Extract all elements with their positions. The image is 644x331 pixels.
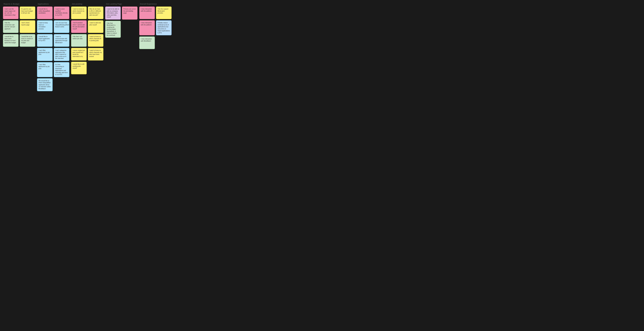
sticky-card[interactable]: Pictures are cut on the job landing page (122, 7, 138, 20)
sticky-card[interactable]: I can't filter applicants by job post (37, 48, 52, 61)
sticky-card[interactable]: I want to communicate with applicants th… (54, 34, 69, 47)
column-header-reports-budget: Reports & Budget (3, 3, 36, 5)
sticky-card[interactable]: I would like to have more freedom on how… (3, 34, 18, 47)
sticky-card[interactable]: I miss interaction with the platform (139, 7, 155, 19)
cards-row-applications-1: I want to keep track on recrutation proc… (37, 20, 70, 33)
sticky-card[interactable]: I don't check reports page (20, 20, 35, 33)
cards-row-job-landing-page-0: I want to be able to edit my company inf… (105, 7, 138, 20)
cards-row-overall-experience-2: I miss interaction with MindMatch (139, 37, 172, 49)
sticky-card[interactable]: I can't filter applicants by job post (37, 62, 52, 77)
sticky-card[interactable]: I want to know on which channel my job i… (71, 7, 87, 19)
column-header-applications: Applications (37, 3, 70, 5)
cards-row-applications-5: We would like to inform disqualified app… (37, 78, 70, 91)
column-header-overall-experience: Overall Experience (139, 3, 172, 5)
sticky-card[interactable]: I would like to import applicants to my … (37, 34, 52, 47)
kanban-board: Reports & BudgetI don't use the report p… (3, 3, 641, 92)
sticky-card[interactable]: I don't use the report page a lot as I a… (3, 7, 18, 19)
column-overall-experience: Overall ExperienceI miss interaction wit… (139, 3, 172, 50)
sticky-card[interactable]: I would like to be more in control of my… (20, 34, 35, 47)
cards-row-applications-0: I would like to notify disqualified cand… (37, 7, 70, 19)
cards-row-reports-budget-0: I don't use the report page a lot as I a… (3, 7, 36, 19)
cards-row-job-posting-3: I never created job post myself but I wo… (71, 48, 104, 61)
cards-row-overall-experience-1: I miss interaction with the platformPart… (139, 20, 172, 35)
sticky-card[interactable]: I want to keep track on recrutation proc… (37, 20, 52, 33)
cards-row-reports-budget-1: I like the conversion rate and the cost … (3, 20, 36, 33)
sticky-card[interactable]: I am not sure how 'disqualified/qualifie… (54, 20, 69, 33)
cards-row-applications-4: I can't filter applicants by job postIt'… (37, 62, 70, 77)
sticky-card[interactable]: I like the conversion rate and the cost … (3, 20, 18, 33)
sticky-card[interactable]: I miss interaction with the platform (139, 20, 155, 35)
sticky-card[interactable]: I want to send qualified candidates dire… (54, 7, 69, 19)
cards-row-job-posting-4: I would like to edit existing jobs mysel… (71, 62, 104, 74)
sticky-card[interactable]: I would like to edit existing jobs mysel… (71, 62, 87, 74)
column-header-job-posting: Job posting (71, 3, 104, 5)
cards-row-applications-3: I can't filter applicants by job postI c… (37, 48, 70, 61)
cards-row-reports-budget-2: I would like to have more freedom on how… (3, 34, 36, 47)
sticky-card[interactable]: I miss interaction with MindMatch (139, 37, 155, 49)
cards-row-job-posting-1: I feel frustrated when I cannot edit the… (71, 20, 104, 33)
sticky-card[interactable]: I want to add new jobs myself (88, 20, 104, 33)
sticky-card[interactable]: It's time consuming to download applicat… (54, 62, 69, 77)
column-applications: ApplicationsI would like to notify disqu… (37, 3, 70, 92)
sticky-card[interactable]: I feel frustrated when I cannot edit the… (71, 20, 87, 33)
sticky-card[interactable]: I like that I can switch job slots (71, 34, 87, 47)
sticky-card[interactable]: I never created job post myself but I wo… (71, 48, 87, 61)
cards-row-applications-2: I would like to import applicants to my … (37, 34, 70, 47)
column-job-posting: Job postingI want to know on which chann… (71, 3, 104, 76)
cards-row-job-posting-2: I like that I can switch job slotsI want… (71, 34, 104, 47)
cards-row-job-posting-0: I want to know on which channel my job i… (71, 7, 104, 19)
column-job-landing-page: Job Landing PageI want to be able to edi… (105, 3, 138, 39)
sticky-card[interactable]: I want to be able to edit my company inf… (105, 7, 121, 20)
sticky-card[interactable]: Why do we have to fill in 2 different qu… (88, 7, 104, 19)
sticky-card[interactable]: I would like to notify disqualified cand… (37, 7, 52, 19)
sticky-card[interactable]: Partially reduce workload (a lot of appl… (156, 20, 172, 35)
sticky-card[interactable]: I like the support Mindmatch provides (156, 7, 172, 19)
sticky-card[interactable]: I want to know on which channels my jobs… (88, 48, 104, 61)
cards-row-job-landing-page-1: I like that Mindmatch is creating job la… (105, 21, 138, 38)
column-reports-budget: Reports & BudgetI don't use the report p… (3, 3, 36, 48)
sticky-card[interactable]: We would like to inform disqualified app… (37, 78, 52, 91)
sticky-card[interactable]: I want to know on which channels AI is p… (88, 34, 104, 47)
column-header-job-landing-page: Job Landing Page (105, 3, 138, 5)
cards-row-overall-experience-0: I miss interaction with the platformI li… (139, 7, 172, 19)
sticky-card[interactable]: I like that Mindmatch is creating job la… (105, 21, 121, 38)
sticky-card[interactable]: It's good to see how much budget is left… (20, 7, 35, 19)
sticky-card[interactable]: I can't categorize applicants who didn't… (54, 48, 69, 61)
